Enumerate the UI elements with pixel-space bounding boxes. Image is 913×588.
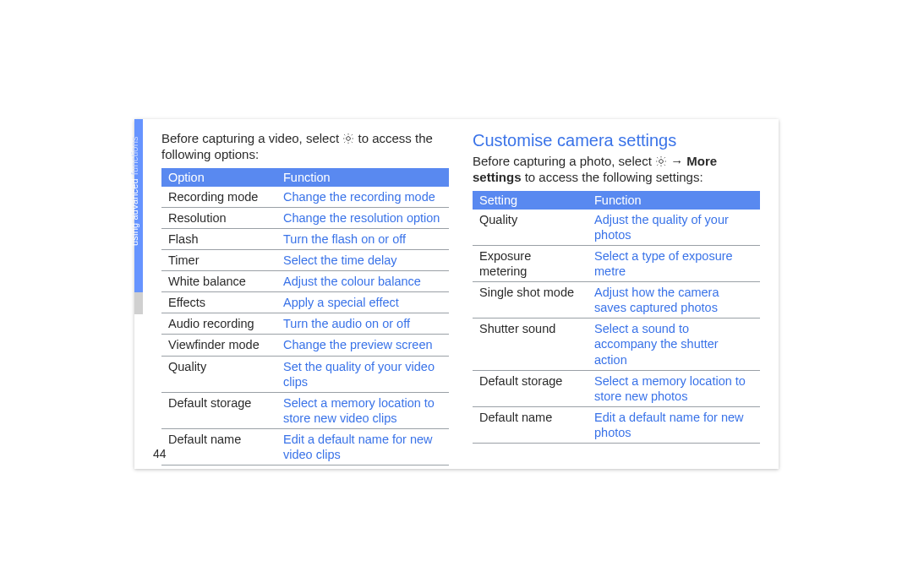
table-row: Shutter soundSelect a sound to accompany… [473,318,760,370]
cell-option: Resolution [161,207,276,228]
table-row: Recording modeChange the recording mode [161,187,449,208]
left-intro: Before capturing a video, select to acce… [161,131,449,163]
th-option: Option [161,168,276,187]
right-column: Customise camera settings Before capturi… [473,131,760,469]
page-content: Before capturing a video, select to acce… [143,119,779,469]
cell-option: Default storage [473,370,588,406]
table-row: ResolutionChange the resolution option [161,207,449,228]
cell-function: Select a type of exposure metre [588,245,760,281]
th-function: Function [276,168,449,187]
cell-option: Quality [161,356,276,392]
cell-option: Shutter sound [473,318,588,370]
video-options-body: Recording modeChange the recording modeR… [161,187,449,466]
cell-option: Audio recording [161,313,276,335]
side-tabs: using advanced functions [134,119,143,469]
cell-option: Default storage [161,392,276,428]
cell-function: Adjust the quality of your photos [588,210,760,246]
cell-function: Select a memory location to store new vi… [276,392,449,428]
cell-option: Default name [473,406,588,443]
cell-option: Flash [161,228,276,249]
cell-function: Select a sound to accompany the shutter … [588,318,760,370]
table-row: Viewfinder modeChange the preview screen [161,335,449,356]
cell-function: Select a memory location to store new ph… [588,370,760,406]
cell-function: Edit a default name for new video clips [276,429,449,466]
cell-function: Adjust the colour balance [276,271,449,292]
cell-option: Viewfinder mode [161,335,276,356]
table-row: Exposure meteringSelect a type of exposu… [473,245,760,281]
manual-page: using advanced functions Before capturin… [134,119,779,469]
cell-option: Single shot mode [473,282,588,318]
table-row: White balanceAdjust the colour balance [161,271,449,292]
photo-settings-table: Setting Function QualityAdjust the quali… [473,191,760,444]
cell-function: Set the quality of your video clips [276,356,449,392]
cell-function: Change the recording mode [276,187,449,208]
video-options-table: Option Function Recording modeChange the… [161,168,449,466]
page-number: 44 [153,447,167,460]
cell-function: Apply a special effect [276,292,449,313]
table-row: Default storageSelect a memory location … [161,392,449,428]
section-heading: Customise camera settings [473,131,760,150]
table-row: FlashTurn the flash on or off [161,228,449,249]
cell-function: Turn the flash on or off [276,228,449,249]
table-row: QualityAdjust the quality of your photos [473,210,760,246]
table-row: QualitySet the quality of your video cli… [161,356,449,392]
side-label: using advanced functions [129,111,139,246]
cell-function: Adjust how the camera saves captured pho… [588,282,760,318]
cell-function: Change the resolution option [276,207,449,228]
cell-option: Default name [161,429,276,466]
table-row: Default nameEdit a default name for new … [161,429,449,466]
cell-function: Edit a default name for new photos [588,406,760,443]
table-row: Audio recordingTurn the audio on or off [161,313,449,335]
cell-option: White balance [161,271,276,292]
cell-function: Change the preview screen [276,335,449,356]
table-row: EffectsApply a special effect [161,292,449,313]
cell-option: Exposure metering [473,245,588,281]
th-function: Function [588,191,760,210]
cell-function: Turn the audio on or off [276,313,449,335]
cell-option: Quality [473,210,588,246]
side-label-dim: functions [129,136,139,175]
table-row: TimerSelect the time delay [161,249,449,270]
left-column: Before capturing a video, select to acce… [161,131,449,469]
th-setting: Setting [473,191,588,210]
side-label-bright: using advanced [129,178,139,246]
table-row: Default storageSelect a memory location … [473,370,760,406]
side-tab-inactive [134,292,143,314]
table-row: Default nameEdit a default name for new … [473,406,760,443]
photo-settings-body: QualityAdjust the quality of your photos… [473,210,760,444]
right-intro: Before capturing a photo, select → More … [473,154,760,186]
cell-function: Select the time delay [276,249,449,270]
side-tab-active: using advanced functions [134,119,143,292]
table-row: Single shot modeAdjust how the camera sa… [473,282,760,318]
gear-icon [342,133,354,144]
cell-option: Timer [161,249,276,270]
cell-option: Recording mode [161,187,276,208]
gear-icon [655,155,667,167]
cell-option: Effects [161,292,276,313]
